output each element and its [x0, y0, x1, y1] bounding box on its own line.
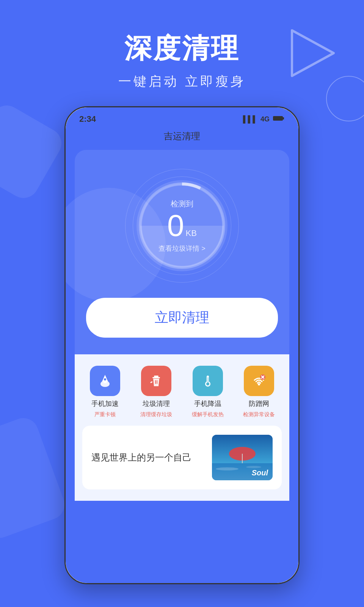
- bottom-section: 手机加速 严重卡顿 垃圾清理: [75, 354, 289, 501]
- header-title: 深度清理: [0, 30, 364, 67]
- wifi-label: 防蹭网: [249, 399, 269, 408]
- clean-button-container: 立即清理: [82, 298, 282, 347]
- temp-icon: [193, 366, 223, 396]
- network-type: 4G: [260, 115, 270, 123]
- svg-point-25: [216, 467, 238, 470]
- svg-rect-12: [155, 380, 156, 384]
- temp-desc: 缓解手机发热: [192, 411, 224, 418]
- gauge-wrapper: 检测到 0 KB 查看垃圾详情 >: [121, 165, 243, 286]
- wifi-desc: 检测异常设备: [243, 411, 275, 418]
- header-subtitle: 一键启动 立即瘦身: [0, 73, 364, 90]
- svg-point-19: [258, 383, 260, 385]
- speed-label: 手机加速: [91, 399, 119, 408]
- ad-brand: Soul: [252, 469, 268, 477]
- clean-button[interactable]: 立即清理: [86, 298, 278, 338]
- gauge-detail[interactable]: 查看垃圾详情 >: [158, 244, 206, 253]
- ad-banner[interactable]: 遇见世界上的另一个自己: [82, 426, 282, 489]
- quick-action-wifi[interactable]: 防蹭网 检测异常设备: [237, 366, 282, 418]
- clean-icon: [141, 366, 171, 396]
- app-title: 吉运清理: [66, 127, 298, 150]
- svg-rect-14: [150, 381, 153, 384]
- shape-left: [0, 100, 67, 203]
- gauge-unit: KB: [186, 228, 197, 238]
- clean-label: 垃圾清理: [143, 399, 170, 408]
- quick-action-temp[interactable]: 手机降温 缓解手机发热: [185, 366, 231, 418]
- svg-rect-13: [157, 380, 157, 384]
- clean-desc: 清理缓存垃圾: [140, 411, 172, 418]
- wifi-icon: [244, 366, 274, 396]
- ad-text: 遇见世界上的另一个自己: [91, 451, 191, 464]
- battery-indicator: [273, 115, 285, 123]
- header-section: 深度清理 一键启动 立即瘦身: [0, 30, 364, 90]
- quick-action-speed[interactable]: 手机加速 严重卡顿: [82, 366, 128, 418]
- phone-inner: 2:34 ▌▌▌ 4G 吉运清理: [66, 107, 298, 583]
- gauge-center: 检测到 0 KB 查看垃圾详情 >: [158, 199, 206, 253]
- ad-image: Soul: [212, 435, 273, 480]
- svg-point-9: [104, 378, 106, 381]
- gauge-label: 检测到: [158, 199, 206, 209]
- status-icons: ▌▌▌ 4G: [243, 115, 285, 123]
- svg-rect-18: [207, 377, 209, 382]
- svg-point-26: [246, 466, 261, 468]
- speed-icon: [90, 366, 120, 396]
- phone-mockup: 2:34 ▌▌▌ 4G 吉运清理: [64, 106, 300, 584]
- shape-bottom-left: [0, 414, 69, 542]
- svg-rect-1: [273, 116, 283, 121]
- quick-actions-grid: 手机加速 严重卡顿 垃圾清理: [82, 366, 282, 418]
- svg-rect-8: [104, 381, 107, 383]
- quick-action-clean[interactable]: 垃圾清理 清理缓存垃圾: [134, 366, 179, 418]
- svg-rect-2: [283, 117, 284, 120]
- temp-label: 手机降温: [194, 399, 221, 408]
- signal-icon: ▌▌▌: [243, 115, 257, 123]
- svg-point-17: [206, 382, 209, 385]
- status-time: 2:34: [79, 114, 96, 124]
- svg-rect-10: [154, 376, 158, 377]
- status-bar: 2:34 ▌▌▌ 4G: [66, 107, 298, 127]
- speed-desc: 严重卡顿: [94, 411, 116, 418]
- gauge-value: 0: [167, 211, 184, 241]
- svg-rect-11: [152, 377, 160, 378]
